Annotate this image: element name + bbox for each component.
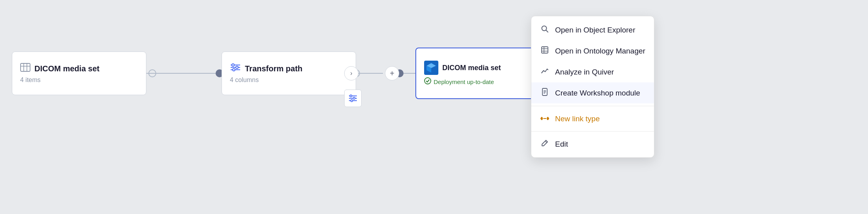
menu-item-object-explorer[interactable]: Open in Object Explorer bbox=[531, 19, 654, 40]
chart-icon bbox=[540, 67, 550, 77]
menu-label-analyze-quiver: Analyze in Quiver bbox=[555, 68, 614, 76]
pipeline-node-transform[interactable]: Transform path 4 columns bbox=[222, 52, 356, 95]
svg-line-31 bbox=[546, 30, 548, 32]
deployment-status: Deployment up-to-date bbox=[434, 78, 494, 85]
search-icon bbox=[540, 25, 550, 35]
svg-point-1 bbox=[149, 70, 156, 77]
menu-label-new-link-type: New link type bbox=[555, 115, 600, 123]
node-header: DICOM media set bbox=[20, 63, 138, 74]
node2-title: Transform path bbox=[245, 64, 303, 73]
node-header: DICOM media set bbox=[424, 61, 529, 75]
pipeline-canvas: DICOM media set 4 items Transform path 4… bbox=[0, 0, 868, 214]
check-icon bbox=[424, 77, 431, 86]
transform-icon bbox=[230, 63, 241, 74]
menu-item-create-workshop[interactable]: Create Workshop module bbox=[531, 82, 654, 103]
node1-subtitle: 4 items bbox=[20, 76, 138, 84]
node-header: Transform path bbox=[230, 63, 348, 74]
menu-label-edit: Edit bbox=[555, 140, 568, 149]
pipeline-connectors bbox=[0, 0, 868, 214]
table-icon bbox=[20, 63, 30, 74]
node3-title: DICOM media set bbox=[442, 64, 501, 72]
menu-divider-1 bbox=[531, 106, 654, 106]
menu-label-object-explorer: Open in Object Explorer bbox=[555, 26, 635, 34]
svg-rect-32 bbox=[542, 47, 548, 53]
deployment-badge: Deployment up-to-date bbox=[424, 77, 529, 86]
menu-item-new-link-type[interactable]: New link type bbox=[531, 109, 654, 129]
context-menu: Open in Object Explorer Open in Ontology… bbox=[531, 16, 654, 158]
svg-rect-7 bbox=[21, 63, 30, 71]
arrow-button[interactable]: › bbox=[344, 66, 358, 80]
svg-point-15 bbox=[236, 66, 238, 69]
plus-button[interactable]: + bbox=[385, 66, 399, 80]
node2-subtitle: 4 columns bbox=[230, 76, 348, 84]
svg-point-20 bbox=[350, 95, 352, 97]
svg-point-29 bbox=[425, 78, 431, 84]
menu-label-ontology-manager: Open in Ontology Manager bbox=[555, 47, 645, 55]
menu-item-analyze-quiver[interactable]: Analyze in Quiver bbox=[531, 61, 654, 82]
transform-filter-button[interactable] bbox=[344, 90, 362, 107]
svg-point-22 bbox=[351, 100, 353, 102]
plus-icon: + bbox=[390, 69, 394, 78]
link-icon bbox=[540, 114, 550, 123]
svg-point-14 bbox=[232, 64, 234, 66]
menu-divider-2 bbox=[531, 131, 654, 132]
cube-menu-icon bbox=[540, 46, 550, 56]
doc-icon bbox=[540, 88, 550, 98]
svg-point-16 bbox=[233, 69, 235, 71]
menu-label-create-workshop: Create Workshop module bbox=[555, 89, 640, 97]
pipeline-node-dicom-output[interactable]: DICOM media set Deployment up-to-date bbox=[415, 48, 538, 99]
menu-item-edit[interactable]: Edit bbox=[531, 134, 654, 154]
pipeline-node-dicom-source[interactable]: DICOM media set 4 items bbox=[12, 52, 146, 95]
arrow-icon: › bbox=[350, 70, 352, 77]
menu-item-ontology-manager[interactable]: Open in Ontology Manager bbox=[531, 40, 654, 61]
pencil-icon bbox=[540, 139, 550, 149]
node1-title: DICOM media set bbox=[34, 64, 99, 73]
cube-icon bbox=[424, 61, 438, 75]
svg-point-21 bbox=[353, 97, 355, 99]
